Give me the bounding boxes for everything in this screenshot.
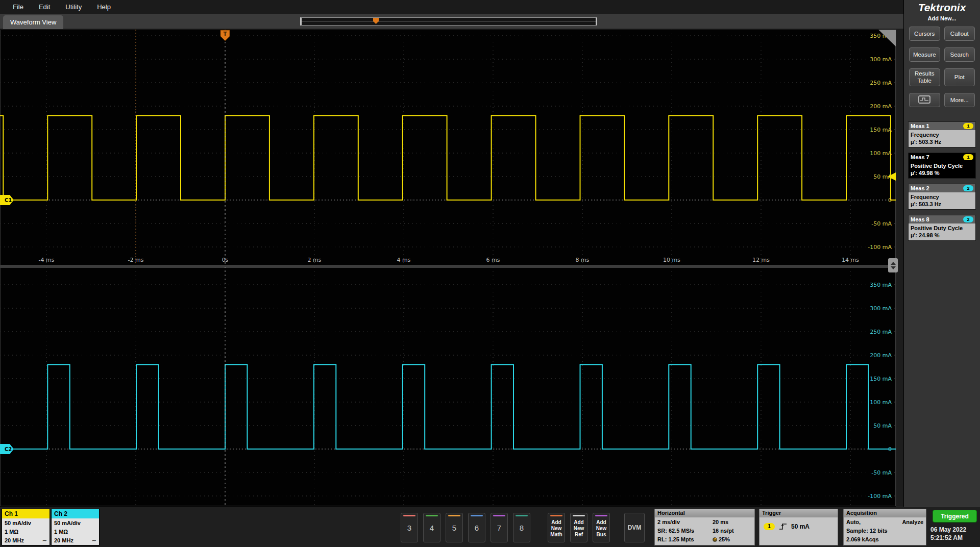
meas-7-badge[interactable]: Meas 7 1 Positive Duty Cycle μ': 49.98 % [908,153,976,179]
ch1-termination: 1 MΩ [5,528,47,536]
ch2-badge-header[interactable]: Ch 2 [52,509,99,518]
measure-button[interactable]: Measure [909,47,940,62]
svg-text:300 mA: 300 mA [870,305,892,312]
triggered-status-badge[interactable]: Triggered [933,510,977,523]
sidebar: Tektronix Add New... Cursors Callout Mea… [903,0,980,507]
scope-svg[interactable]: 350 mA300 mA250 mA200 mA150 mA100 mA50 m… [0,29,896,507]
meas-2-name: Meas 2 [911,185,929,191]
channel-7-button[interactable]: 7 [491,513,508,542]
add-new-ref-button[interactable]: Add New Ref [570,513,587,542]
acquisition-panel-title: Acquisition [844,509,926,517]
add-new-math-button[interactable]: Add New Math [548,513,565,542]
splitter-up-icon [891,259,896,265]
add-new-math-label: Add New Math [548,519,565,538]
channel-6-button[interactable]: 6 [468,513,485,542]
svg-text:8 ms: 8 ms [576,257,590,263]
search-button[interactable]: Search [944,47,975,62]
waveform-view-tab[interactable]: Waveform View [3,15,63,29]
svg-text:12 ms: 12 ms [752,257,770,263]
ch2-termination: 1 MΩ [54,528,96,536]
channel-5-button[interactable]: 5 [446,513,463,542]
meas-7-type: Positive Duty Cycle [911,162,973,169]
ch1-scale: 50 mA/div [5,519,47,528]
menu-help[interactable]: Help [89,3,118,11]
svg-text:-100 mA: -100 mA [868,244,892,251]
meas-8-name: Meas 8 [911,216,929,222]
svg-text:C2: C2 [5,446,12,452]
channel-3-button[interactable]: 3 [401,513,418,542]
acquisition-sample-bits: Sample: 12 bits [846,527,888,535]
menu-bar: File Edit Utility Help [0,0,903,14]
horizontal-window: 20 ms [713,518,752,527]
menu-utility[interactable]: Utility [58,3,89,11]
rising-edge-icon [778,523,788,530]
math-color-strip [550,515,562,516]
svg-text:250 mA: 250 mA [870,80,892,86]
meas-2-value: μ': 503.3 Hz [911,201,973,208]
svg-text:C1: C1 [5,197,12,203]
meas-8-type: Positive Duty Cycle [911,225,973,232]
plot-button[interactable]: Plot [944,68,975,86]
ch1-badge[interactable]: Ch 1 50 mA/div 1 MΩ 20 MHz∼ [2,509,50,545]
more-button[interactable]: More... [944,93,975,107]
horizontal-scale: 2 ms/div [657,518,713,527]
meas-1-source-badge: 1 [963,123,973,129]
acquisition-panel[interactable]: Acquisition Auto, Analyze Sample: 12 bit… [843,509,926,545]
meas-1-type: Frequency [911,131,973,138]
channel-7-color-strip [493,515,505,516]
svg-text:350 mA: 350 mA [870,282,892,288]
horizontal-panel[interactable]: Horizontal 2 ms/div 20 ms SR: 62.5 MS/s … [654,509,755,545]
waveform-display[interactable]: 350 mA300 mA250 mA200 mA150 mA100 mA50 m… [0,29,903,507]
svg-text:150 mA: 150 mA [870,127,892,133]
ch2-bandwidth: 20 MHz [54,536,74,545]
dvm-button[interactable]: DVM [624,513,645,542]
channel-5-color-strip [448,515,460,516]
svg-text:-4 ms: -4 ms [39,257,55,263]
trigger-panel[interactable]: Trigger 1 50 mA [759,509,838,545]
menu-file[interactable]: File [5,3,31,11]
callout-button[interactable]: Callout [944,27,975,41]
cursors-button[interactable]: Cursors [909,27,940,41]
intensity-value: 25% [719,535,730,544]
meas-1-value: μ': 503.3 Hz [911,138,973,145]
meas-1-badge[interactable]: Meas 1 1 Frequency μ': 503.3 Hz [908,121,976,147]
add-new-ref-label: Add New Ref [571,519,587,538]
trigger-panel-title: Trigger [760,509,838,517]
bottom-bar: Ch 1 50 mA/div 1 MΩ 20 MHz∼ Ch 2 50 mA/d… [0,507,980,547]
meas-8-badge[interactable]: Meas 8 2 Positive Duty Cycle μ': 24.98 % [908,215,976,241]
svg-text:4 ms: 4 ms [397,257,411,263]
svg-text:300 mA: 300 mA [870,56,892,63]
screenshot-button[interactable] [909,93,940,107]
svg-text:T: T [224,31,227,37]
meas-7-source-badge: 1 [963,154,973,160]
intensity-icon [713,537,717,542]
bandwidth-filter-icon: ∼ [42,536,47,545]
svg-text:100 mA: 100 mA [870,150,892,157]
add-new-bus-button[interactable]: Add New Bus [593,513,610,542]
acquisition-analyze: Analyze [902,518,923,527]
meas-8-source-badge: 2 [963,216,973,222]
acquisition-mode: Auto, [846,518,861,527]
meas-2-badge[interactable]: Meas 2 2 Frequency μ': 503.3 Hz [908,184,976,210]
ch1-badge-header[interactable]: Ch 1 [2,509,50,518]
channel-4-button[interactable]: 4 [423,513,440,542]
splitter-down-icon [891,266,896,272]
date-label: 06 May 2022 [930,526,966,534]
time-label: 5:21:52 AM [930,534,966,542]
ref-color-strip [573,515,585,516]
svg-text:14 ms: 14 ms [842,257,859,263]
record-trigger-marker-icon[interactable] [373,18,379,24]
results-table-button[interactable]: Results Table [909,68,940,86]
channel-6-color-strip [471,515,483,516]
svg-text:200 mA: 200 mA [870,103,892,110]
svg-text:50 mA: 50 mA [873,422,892,429]
svg-text:100 mA: 100 mA [870,399,892,406]
record-view-minimap[interactable] [300,17,597,26]
ch1-bandwidth: 20 MHz [5,536,24,545]
ch2-badge[interactable]: Ch 2 50 mA/div 1 MΩ 20 MHz∼ [51,509,100,545]
menu-edit[interactable]: Edit [31,3,58,11]
meas-7-name: Meas 7 [911,154,929,160]
meas-2-type: Frequency [911,193,973,201]
channel-8-button[interactable]: 8 [513,513,530,542]
pane-splitter-handle[interactable] [888,258,898,272]
